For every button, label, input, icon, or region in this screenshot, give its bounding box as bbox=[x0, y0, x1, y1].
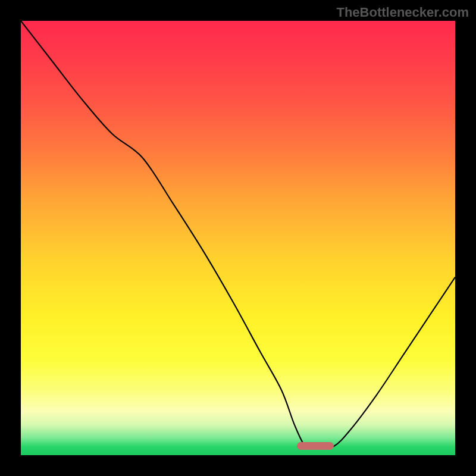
attribution-text: TheBottlenecker.com bbox=[336, 5, 469, 20]
optimal-marker bbox=[297, 442, 334, 450]
curve-svg bbox=[21, 21, 455, 455]
bottleneck-curve bbox=[21, 21, 455, 449]
plot-area bbox=[21, 21, 455, 455]
chart-container: TheBottlenecker.com bbox=[0, 0, 476, 476]
